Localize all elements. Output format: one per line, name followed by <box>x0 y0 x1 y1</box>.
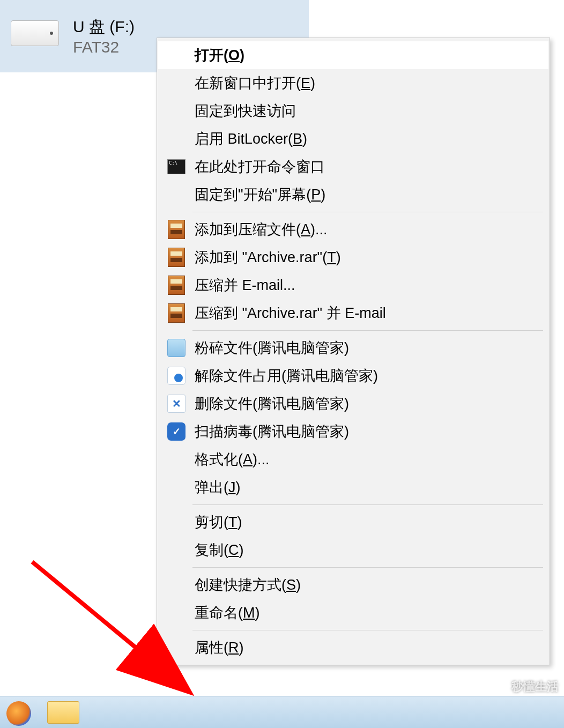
menu-item-25[interactable]: 属性(R) <box>158 634 548 662</box>
menu-separator <box>192 504 543 505</box>
menu-item-14[interactable]: 删除文件(腾讯电脑管家) <box>158 390 548 418</box>
menu-item-5[interactable]: 固定到"开始"屏幕(P) <box>158 181 548 209</box>
menu-item-label: 压缩并 E-mail... <box>195 276 295 295</box>
menu-item-label: 格式化(A)... <box>195 450 270 469</box>
menu-item-22[interactable]: 创建快捷方式(S) <box>158 571 548 599</box>
menu-item-23[interactable]: 重命名(M) <box>158 599 548 627</box>
menu-item-label: 属性(R) <box>195 638 244 657</box>
blank-icon <box>166 72 187 94</box>
scan-icon <box>166 421 187 442</box>
drive-name: U 盘 (F:) <box>73 16 135 38</box>
menu-item-13[interactable]: 解除文件占用(腾讯电脑管家) <box>158 362 548 390</box>
menu-item-label: 解除文件占用(腾讯电脑管家) <box>195 366 378 385</box>
blank-icon <box>166 477 187 498</box>
menu-item-label: 弹出(J) <box>195 478 241 497</box>
menu-item-3[interactable]: 启用 BitLocker(B) <box>158 125 548 153</box>
menu-item-label: 创建快捷方式(S) <box>195 575 301 595</box>
menu-item-19[interactable]: 剪切(T) <box>158 508 548 536</box>
blank-icon <box>166 128 187 150</box>
menu-item-20[interactable]: 复制(C) <box>158 536 548 564</box>
menu-item-label: 压缩到 "Archive.rar" 并 E-mail <box>195 303 386 323</box>
rar-icon <box>166 302 187 324</box>
menu-item-label: 删除文件(腾讯电脑管家) <box>195 394 349 413</box>
blank-icon <box>166 574 187 596</box>
context-menu: 打开(O)在新窗口中打开(E)固定到快速访问启用 BitLocker(B)在此处… <box>157 38 550 665</box>
menu-separator <box>192 330 543 331</box>
menu-separator <box>192 630 543 630</box>
menu-item-2[interactable]: 固定到快速访问 <box>158 97 548 125</box>
delete-icon <box>166 393 187 414</box>
menu-item-16[interactable]: 格式化(A)... <box>158 445 548 473</box>
menu-item-7[interactable]: 添加到压缩文件(A)... <box>158 216 548 243</box>
blank-icon <box>166 44 187 66</box>
blank-icon <box>166 539 187 561</box>
rar-icon <box>166 247 187 268</box>
rar-icon <box>166 219 187 240</box>
menu-item-4[interactable]: 在此处打开命令窗口 <box>158 153 548 181</box>
menu-item-label: 粉碎文件(腾讯电脑管家) <box>195 338 349 358</box>
blank-icon <box>166 449 187 470</box>
menu-item-label: 剪切(T) <box>195 512 242 532</box>
menu-separator <box>192 212 543 212</box>
explorer-icon[interactable] <box>47 701 79 724</box>
watermark-text: 秒懂生活 <box>511 679 559 695</box>
drive-filesystem: FAT32 <box>73 38 135 56</box>
menu-item-label: 固定到"开始"屏幕(P) <box>195 185 325 204</box>
taskbar <box>0 696 564 728</box>
shred-icon <box>166 337 187 359</box>
menu-item-9[interactable]: 压缩并 E-mail... <box>158 271 548 299</box>
menu-item-8[interactable]: 添加到 "Archive.rar"(T) <box>158 243 548 271</box>
menu-item-label: 添加到 "Archive.rar"(T) <box>195 248 341 267</box>
menu-item-1[interactable]: 在新窗口中打开(E) <box>158 69 548 97</box>
menu-item-15[interactable]: 扫描病毒(腾讯电脑管家) <box>158 418 548 445</box>
menu-item-label: 复制(C) <box>195 540 244 560</box>
menu-item-17[interactable]: 弹出(J) <box>158 473 548 501</box>
blank-icon <box>166 602 187 623</box>
menu-item-label: 添加到压缩文件(A)... <box>195 220 328 239</box>
cmd-icon <box>166 156 187 177</box>
menu-item-label: 扫描病毒(腾讯电脑管家) <box>195 422 349 441</box>
blank-icon <box>166 100 187 122</box>
menu-item-label: 在新窗口中打开(E) <box>195 73 315 93</box>
menu-item-12[interactable]: 粉碎文件(腾讯电脑管家) <box>158 334 548 362</box>
menu-item-10[interactable]: 压缩到 "Archive.rar" 并 E-mail <box>158 299 548 327</box>
firefox-icon[interactable] <box>6 701 31 726</box>
drive-icon <box>11 20 59 53</box>
menu-item-label: 在此处打开命令窗口 <box>195 157 325 176</box>
blank-icon <box>166 637 187 658</box>
menu-separator <box>192 567 543 568</box>
menu-item-label: 固定到快速访问 <box>195 101 296 121</box>
blank-icon <box>166 184 187 205</box>
menu-item-label: 重命名(M) <box>195 603 260 622</box>
blank-icon <box>166 511 187 533</box>
menu-item-label: 启用 BitLocker(B) <box>195 129 307 148</box>
rar-icon <box>166 274 187 296</box>
menu-item-0[interactable]: 打开(O) <box>158 41 548 69</box>
unlock-icon <box>166 365 187 387</box>
menu-item-label: 打开(O) <box>195 46 244 65</box>
